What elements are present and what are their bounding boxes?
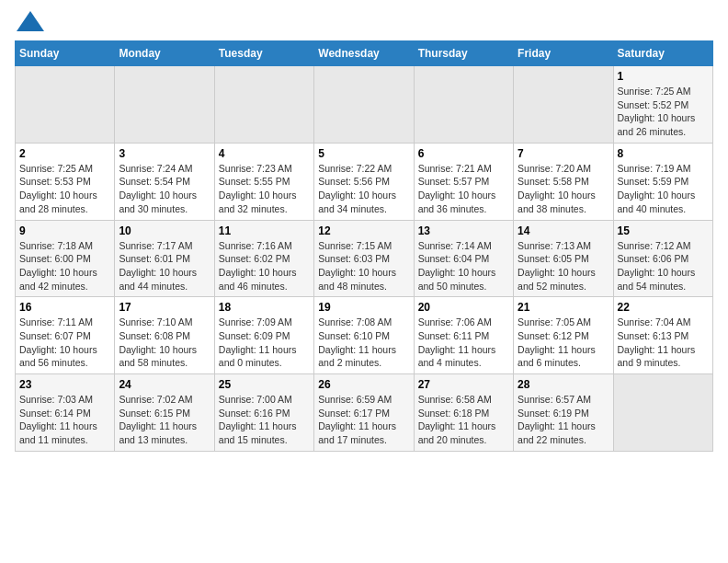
calendar-cell — [214, 66, 313, 144]
day-info: Sunrise: 7:21 AM Sunset: 5:57 PM Dayligh… — [418, 162, 509, 216]
day-number: 26 — [318, 378, 409, 391]
calendar-cell: 4Sunrise: 7:23 AM Sunset: 5:55 PM Daylig… — [214, 143, 313, 220]
day-info: Sunrise: 7:16 AM Sunset: 6:02 PM Dayligh… — [219, 239, 310, 293]
day-number: 24 — [119, 378, 210, 391]
day-info: Sunrise: 6:59 AM Sunset: 6:17 PM Dayligh… — [318, 393, 409, 447]
svg-marker-0 — [17, 11, 44, 31]
calendar-cell: 19Sunrise: 7:08 AM Sunset: 6:10 PM Dayli… — [314, 297, 414, 374]
calendar-cell — [115, 66, 214, 144]
calendar-header: SundayMondayTuesdayWednesdayThursdayFrid… — [16, 41, 713, 66]
day-info: Sunrise: 7:03 AM Sunset: 6:14 PM Dayligh… — [19, 393, 110, 447]
day-number: 2 — [19, 147, 110, 160]
calendar-week-row: 2Sunrise: 7:25 AM Sunset: 5:53 PM Daylig… — [16, 143, 713, 220]
day-of-week-header: Wednesday — [314, 41, 414, 66]
day-number: 16 — [19, 301, 110, 314]
day-number: 11 — [219, 224, 310, 237]
day-info: Sunrise: 7:04 AM Sunset: 6:13 PM Dayligh… — [618, 316, 709, 370]
calendar-cell: 16Sunrise: 7:11 AM Sunset: 6:07 PM Dayli… — [16, 297, 115, 374]
day-info: Sunrise: 6:57 AM Sunset: 6:19 PM Dayligh… — [518, 393, 609, 447]
day-number: 28 — [518, 378, 609, 391]
calendar-cell: 22Sunrise: 7:04 AM Sunset: 6:13 PM Dayli… — [613, 297, 712, 374]
day-of-week-header: Saturday — [613, 41, 712, 66]
day-number: 10 — [119, 224, 210, 237]
day-info: Sunrise: 7:05 AM Sunset: 6:12 PM Dayligh… — [518, 316, 609, 370]
calendar-cell — [414, 66, 513, 144]
day-info: Sunrise: 7:23 AM Sunset: 5:55 PM Dayligh… — [219, 162, 310, 216]
day-number: 12 — [318, 224, 409, 237]
day-number: 8 — [618, 147, 709, 160]
calendar-week-row: 1Sunrise: 7:25 AM Sunset: 5:52 PM Daylig… — [16, 66, 713, 144]
day-number: 13 — [418, 224, 509, 237]
day-info: Sunrise: 7:18 AM Sunset: 6:00 PM Dayligh… — [19, 239, 110, 293]
calendar-cell: 7Sunrise: 7:20 AM Sunset: 5:58 PM Daylig… — [514, 143, 613, 220]
calendar-cell: 26Sunrise: 6:59 AM Sunset: 6:17 PM Dayli… — [314, 374, 414, 452]
day-of-week-header: Sunday — [16, 41, 115, 66]
calendar-cell: 18Sunrise: 7:09 AM Sunset: 6:09 PM Dayli… — [214, 297, 313, 374]
calendar-cell: 17Sunrise: 7:10 AM Sunset: 6:08 PM Dayli… — [115, 297, 214, 374]
day-of-week-header: Monday — [115, 41, 214, 66]
calendar-cell: 14Sunrise: 7:13 AM Sunset: 6:05 PM Dayli… — [514, 220, 613, 297]
day-number: 3 — [119, 147, 210, 160]
calendar-cell: 1Sunrise: 7:25 AM Sunset: 5:52 PM Daylig… — [613, 66, 712, 144]
day-info: Sunrise: 7:19 AM Sunset: 5:59 PM Dayligh… — [618, 162, 709, 216]
calendar-cell: 15Sunrise: 7:12 AM Sunset: 6:06 PM Dayli… — [613, 220, 712, 297]
day-number: 20 — [418, 301, 509, 314]
day-number: 25 — [219, 378, 310, 391]
day-number: 23 — [19, 378, 110, 391]
day-info: Sunrise: 7:08 AM Sunset: 6:10 PM Dayligh… — [318, 316, 409, 370]
calendar-cell: 10Sunrise: 7:17 AM Sunset: 6:01 PM Dayli… — [115, 220, 214, 297]
day-info: Sunrise: 7:17 AM Sunset: 6:01 PM Dayligh… — [119, 239, 210, 293]
calendar-cell: 20Sunrise: 7:06 AM Sunset: 6:11 PM Dayli… — [414, 297, 513, 374]
day-number: 7 — [518, 147, 609, 160]
day-number: 21 — [518, 301, 609, 314]
calendar-cell — [16, 66, 115, 144]
day-info: Sunrise: 7:06 AM Sunset: 6:11 PM Dayligh… — [418, 316, 509, 370]
calendar-cell: 5Sunrise: 7:22 AM Sunset: 5:56 PM Daylig… — [314, 143, 414, 220]
calendar-cell — [514, 66, 613, 144]
calendar-body: 1Sunrise: 7:25 AM Sunset: 5:52 PM Daylig… — [16, 66, 713, 452]
day-of-week-header: Thursday — [414, 41, 513, 66]
calendar-cell: 8Sunrise: 7:19 AM Sunset: 5:59 PM Daylig… — [613, 143, 712, 220]
day-number: 27 — [418, 378, 509, 391]
day-info: Sunrise: 7:22 AM Sunset: 5:56 PM Dayligh… — [318, 162, 409, 216]
day-info: Sunrise: 7:15 AM Sunset: 6:03 PM Dayligh… — [318, 239, 409, 293]
day-info: Sunrise: 7:02 AM Sunset: 6:15 PM Dayligh… — [119, 393, 210, 447]
calendar-cell: 3Sunrise: 7:24 AM Sunset: 5:54 PM Daylig… — [115, 143, 214, 220]
day-info: Sunrise: 7:20 AM Sunset: 5:58 PM Dayligh… — [518, 162, 609, 216]
day-number: 6 — [418, 147, 509, 160]
calendar-cell — [613, 374, 712, 452]
page-header — [15, 15, 713, 31]
calendar-cell: 2Sunrise: 7:25 AM Sunset: 5:53 PM Daylig… — [16, 143, 115, 220]
calendar-cell: 6Sunrise: 7:21 AM Sunset: 5:57 PM Daylig… — [414, 143, 513, 220]
calendar-table: SundayMondayTuesdayWednesdayThursdayFrid… — [15, 40, 713, 452]
calendar-cell: 12Sunrise: 7:15 AM Sunset: 6:03 PM Dayli… — [314, 220, 414, 297]
day-number: 19 — [318, 301, 409, 314]
day-number: 1 — [618, 70, 709, 83]
calendar-cell: 11Sunrise: 7:16 AM Sunset: 6:02 PM Dayli… — [214, 220, 313, 297]
day-number: 14 — [518, 224, 609, 237]
day-info: Sunrise: 6:58 AM Sunset: 6:18 PM Dayligh… — [418, 393, 509, 447]
day-of-week-header: Friday — [514, 41, 613, 66]
logo-icon — [17, 11, 44, 31]
day-number: 17 — [119, 301, 210, 314]
calendar-cell: 13Sunrise: 7:14 AM Sunset: 6:04 PM Dayli… — [414, 220, 513, 297]
day-info: Sunrise: 7:25 AM Sunset: 5:53 PM Dayligh… — [19, 162, 110, 216]
day-info: Sunrise: 7:14 AM Sunset: 6:04 PM Dayligh… — [418, 239, 509, 293]
day-number: 4 — [219, 147, 310, 160]
day-info: Sunrise: 7:11 AM Sunset: 6:07 PM Dayligh… — [19, 316, 110, 370]
day-number: 9 — [19, 224, 110, 237]
day-info: Sunrise: 7:12 AM Sunset: 6:06 PM Dayligh… — [618, 239, 709, 293]
calendar-cell: 9Sunrise: 7:18 AM Sunset: 6:00 PM Daylig… — [16, 220, 115, 297]
day-info: Sunrise: 7:00 AM Sunset: 6:16 PM Dayligh… — [219, 393, 310, 447]
day-info: Sunrise: 7:25 AM Sunset: 5:52 PM Dayligh… — [618, 85, 709, 139]
day-number: 18 — [219, 301, 310, 314]
calendar-week-row: 16Sunrise: 7:11 AM Sunset: 6:07 PM Dayli… — [16, 297, 713, 374]
day-info: Sunrise: 7:10 AM Sunset: 6:08 PM Dayligh… — [119, 316, 210, 370]
calendar-week-row: 9Sunrise: 7:18 AM Sunset: 6:00 PM Daylig… — [16, 220, 713, 297]
logo — [15, 15, 44, 31]
calendar-cell: 21Sunrise: 7:05 AM Sunset: 6:12 PM Dayli… — [514, 297, 613, 374]
calendar-cell: 28Sunrise: 6:57 AM Sunset: 6:19 PM Dayli… — [514, 374, 613, 452]
day-number: 15 — [618, 224, 709, 237]
calendar-cell: 23Sunrise: 7:03 AM Sunset: 6:14 PM Dayli… — [16, 374, 115, 452]
calendar-week-row: 23Sunrise: 7:03 AM Sunset: 6:14 PM Dayli… — [16, 374, 713, 452]
